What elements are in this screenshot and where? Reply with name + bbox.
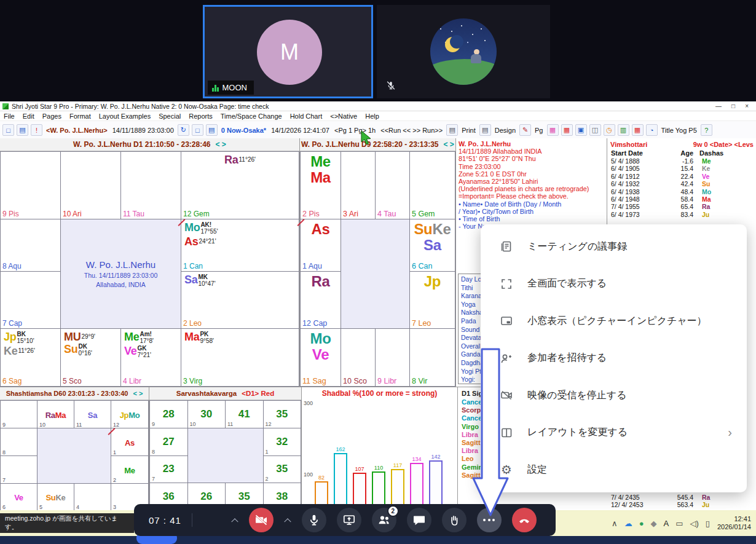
window-icon[interactable]: □ [192, 124, 203, 136]
help-icon[interactable]: ? [701, 124, 712, 136]
planet-As: As [125, 439, 135, 447]
camera-toggle-button[interactable] [249, 508, 274, 532]
planet-abbrev: Ma [55, 411, 66, 419]
restore-button[interactable]: □ [731, 103, 735, 109]
d1-header: W. Po. J.L.Nerhu D1 21:10:50 - 23:28:46 … [0, 138, 299, 151]
tray-volume-icon[interactable]: ◁) [690, 519, 698, 528]
sav-house-12: 3512 [264, 401, 302, 428]
d9-grid: MeMa2 Pis3 Ari4 Tau5 GemAs1 AquSuKeSa6 C… [300, 151, 455, 387]
house-9: 9 [1, 401, 37, 428]
taskbar-clock[interactable]: 12:41 2026/01/14 [717, 515, 751, 531]
printer-icon[interactable]: ▤ [446, 124, 458, 136]
refresh-icon[interactable]: ↻ [178, 124, 189, 136]
sign-label: 1 [113, 449, 116, 455]
minimize-button[interactable]: — [715, 103, 722, 109]
d60-nav-buttons[interactable]: < > [133, 390, 143, 397]
planet-deg: 17°8' [140, 338, 154, 345]
grid-red-icon[interactable]: ▦ [561, 124, 573, 136]
sign-label: 5 [39, 504, 42, 510]
camera-options-chevron-icon[interactable] [231, 516, 238, 524]
menu-pages[interactable]: Pages [42, 112, 61, 120]
planet-Ma: MaPK9°58' [184, 331, 214, 344]
birth-note-line: • Name• Date of Birth (Day / Month [459, 200, 607, 208]
sign-label: 10 Sco [343, 377, 367, 385]
reactions-button[interactable] [442, 508, 467, 532]
menu-help[interactable]: Help [365, 112, 379, 120]
d9-chart[interactable]: MeMa2 Pis3 Ari4 Tau5 GemAs1 AquSuKeSa6 C… [300, 151, 455, 387]
sign-label: 8 [2, 449, 6, 455]
alert-icon[interactable]: ! [31, 124, 42, 136]
dasha-date: 6/ 4/ 1948 [611, 195, 667, 203]
grid-small-icon[interactable]: ▦ [632, 124, 644, 136]
language-indicator[interactable]: A [663, 519, 669, 528]
participants-button[interactable]: 2 [372, 508, 396, 532]
tray-cloud-icon[interactable]: ☁ [624, 519, 632, 528]
menu-layout-examples[interactable]: Layout Examples [99, 112, 151, 120]
tray-chevron-icon[interactable]: ∧ [612, 519, 618, 528]
grid-pink-icon[interactable]: ▦ [547, 124, 559, 136]
menu-reports[interactable]: Reports [189, 112, 213, 120]
mic-toggle-button[interactable] [302, 508, 326, 532]
annotation-arrow [468, 342, 511, 520]
dasha-row: 7/ 4/ 2435545.4Ra [607, 494, 756, 501]
menu-item-video-off[interactable]: 映像の受信を停止する [481, 377, 747, 414]
tray-pin-icon[interactable]: ◆ [650, 519, 656, 528]
close-button[interactable]: × [745, 103, 749, 109]
menu-item-invite[interactable]: 参加者を招待する [481, 340, 747, 377]
menu-hold-chart[interactable]: Hold Chart [290, 112, 323, 120]
d9-nav-buttons[interactable]: < > [444, 140, 454, 149]
camera-icon[interactable]: ◫ [589, 124, 601, 136]
planet-Ra: RaMa [45, 411, 66, 419]
tray-sync-icon[interactable]: ● [639, 519, 644, 528]
mic-options-chevron-icon[interactable] [284, 516, 291, 524]
planet-abbrev: Jp [4, 331, 16, 342]
planet-abbrev: Ke [432, 222, 451, 237]
report-icon[interactable]: ▥ [618, 124, 629, 136]
tray-display-icon[interactable]: ▭ [675, 519, 683, 528]
d1-chart[interactable]: 9 Pis10 Ari11 TauRa11°26'12 Gem8 AquMoAK… [0, 151, 299, 387]
d60-grid: 9RaMa10Sa11JpMo128As17Me2Ve6SuKe543 [0, 400, 149, 511]
house-12-gem: Ra11°26'12 Gem [181, 152, 299, 219]
video-tile-participant[interactable] [377, 5, 550, 98]
printer-design-icon[interactable]: ▤ [479, 124, 491, 136]
menu-item-fullscreen[interactable]: 全画面で表示する [481, 266, 747, 303]
planet-degree: Am!17°8' [140, 331, 154, 344]
menu-item-notes[interactable]: ミーティングの議事録 [481, 228, 747, 266]
time-icon[interactable]: ◔ [646, 124, 658, 136]
planet-list: MeMa [301, 152, 341, 185]
menu--native[interactable]: <>Native [330, 112, 357, 120]
video-tile-moon[interactable]: M MOON [203, 5, 373, 98]
tray-power-icon[interactable]: ▯ [706, 519, 710, 528]
planet-degree: 11°26' [18, 348, 34, 355]
menu-special[interactable]: Special [159, 112, 181, 120]
planet-abbrev: Sa [88, 411, 97, 419]
pencil-icon[interactable]: ✎ [519, 124, 531, 136]
save-icon[interactable]: ▣ [575, 124, 587, 136]
menu-file[interactable]: File [4, 112, 15, 120]
window-titlebar[interactable]: Shri Jyoti Star 9 Pro - Primary: W. Po. … [0, 101, 756, 111]
end-call-button[interactable] [512, 508, 537, 532]
window-list-icon[interactable]: ▤ [206, 124, 218, 136]
camera-off-icon [254, 513, 268, 527]
vimshottari-controls[interactable]: 9w 0 <Date> <Levs [693, 141, 754, 148]
d1-nav-buttons[interactable]: < > [216, 140, 226, 149]
sav-house-2: 352 [264, 456, 302, 484]
menu-item-pip[interactable]: 小窓表示（ピクチャーインピクチャー） [481, 302, 747, 340]
menu-format[interactable]: Format [69, 112, 91, 120]
house-number: 2 [266, 476, 269, 482]
clock-icon[interactable]: ◷ [604, 124, 615, 136]
screen-share-button[interactable] [337, 508, 361, 532]
planet-abbrev: Ke [55, 494, 65, 502]
menu-item-settings[interactable]: ⚙設定 [481, 451, 747, 489]
menu-time-space-change[interactable]: Time/Space Change [221, 112, 282, 120]
menu-item-layout[interactable]: レイアウトを変更する› [481, 414, 747, 452]
chart-center-line: Allahabad, INDIA [96, 281, 146, 288]
open-chart-icon[interactable]: ▤ [17, 124, 28, 136]
house-number: 10 [190, 421, 196, 427]
new-chart-icon[interactable]: □ [2, 124, 14, 136]
d60-chart[interactable]: 9RaMa10Sa11JpMo128As17Me2Ve6SuKe543 [0, 400, 149, 511]
chat-button[interactable] [407, 508, 431, 532]
house-11-tau: 11 Tau [121, 152, 181, 219]
menu-edit[interactable]: Edit [23, 112, 34, 120]
planet-list [376, 152, 409, 153]
